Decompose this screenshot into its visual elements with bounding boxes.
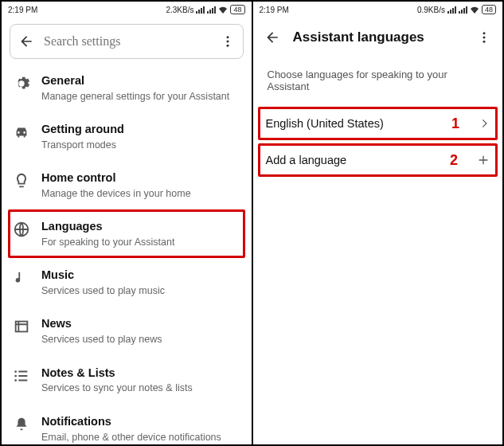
more-icon[interactable]: [477, 30, 491, 45]
settings-item-general[interactable]: GeneralManage general settings for your …: [2, 64, 252, 112]
item-sub: Transport modes: [41, 139, 240, 151]
svg-point-0: [226, 36, 229, 38]
item-title: Languages: [41, 219, 240, 234]
item-sub: Services used to play news: [41, 333, 240, 346]
item-title: Home control: [41, 170, 240, 186]
page-header: Assistant languages: [253, 18, 503, 57]
item-title: Music: [41, 268, 240, 283]
item-sub: Email, phone & other device notification…: [41, 431, 240, 444]
search-input[interactable]: [44, 34, 211, 49]
settings-item-music[interactable]: MusicServices used to play music: [2, 258, 252, 307]
car-icon: [13, 123, 30, 141]
chevron-right-icon: [479, 118, 490, 129]
svg-point-8: [483, 32, 486, 34]
settings-screen: 2:19 PM 2.3KB/s 48 GeneralManage general…: [2, 2, 252, 444]
settings-list: GeneralManage general settings for your …: [2, 64, 252, 444]
gear-icon: [13, 75, 30, 92]
svg-point-6: [14, 374, 17, 377]
more-icon[interactable]: [221, 34, 235, 49]
search-bar[interactable]: [10, 24, 244, 59]
add-language-row[interactable]: Add a language 2: [253, 142, 503, 178]
settings-item-news[interactable]: NewsServices used to play news: [2, 307, 252, 355]
language-row-primary[interactable]: English (United States) 1: [253, 105, 503, 142]
status-time: 2:19 PM: [260, 6, 289, 14]
item-title: Notes & Lists: [41, 366, 240, 381]
item-sub: Services to sync your notes & lists: [41, 381, 240, 394]
item-sub: For speaking to your Assistant: [41, 236, 240, 248]
svg-point-7: [14, 379, 17, 381]
item-title: News: [41, 316, 240, 331]
signal-icon: [459, 6, 467, 14]
annotation-number: 1: [451, 115, 459, 132]
svg-point-5: [14, 370, 17, 373]
bulb-icon: [13, 172, 30, 190]
battery-level: 48: [482, 5, 496, 14]
svg-point-10: [483, 41, 486, 43]
wifi-icon: [470, 6, 479, 14]
svg-point-9: [483, 37, 486, 39]
languages-screen: 2:19 PM 0.9KB/s 48 Assistant languages C…: [252, 2, 503, 444]
svg-point-2: [226, 45, 229, 47]
back-icon[interactable]: [264, 29, 280, 45]
settings-item-languages[interactable]: LanguagesFor speaking to your Assistant: [2, 209, 252, 258]
item-title: Notifications: [41, 414, 240, 429]
signal-icon: [207, 6, 216, 14]
add-language-label: Add a language: [266, 154, 442, 166]
page-title: Assistant languages: [293, 29, 465, 45]
net-speed: 2.3KB/s: [166, 6, 193, 14]
net-speed: 0.9KB/s: [417, 6, 445, 14]
back-icon[interactable]: [18, 33, 34, 49]
item-title: General: [41, 73, 240, 88]
item-sub: Manage the devices in your home: [41, 187, 240, 200]
list-icon: [13, 367, 30, 385]
item-sub: Services used to play music: [41, 284, 240, 297]
status-time: 2:19 PM: [8, 6, 37, 14]
svg-point-1: [226, 41, 229, 43]
item-title: Getting around: [41, 122, 240, 137]
language-label: English (United States): [266, 117, 443, 130]
annotation-number: 2: [450, 152, 458, 169]
item-sub: Manage general settings for your Assista…: [41, 90, 240, 103]
settings-item-home-control[interactable]: Home controlManage the devices in your h…: [2, 161, 252, 209]
news-icon: [13, 318, 30, 335]
wifi-icon: [218, 6, 228, 14]
signal-icon: [447, 6, 456, 14]
svg-rect-4: [16, 322, 28, 332]
settings-item-notes-lists[interactable]: Notes & ListsServices to sync your notes…: [2, 356, 252, 405]
music-icon: [13, 269, 30, 287]
plus-icon: [477, 154, 490, 166]
status-bar: 2:19 PM 0.9KB/s 48: [253, 2, 503, 18]
status-bar: 2:19 PM 2.3KB/s 48: [2, 2, 252, 18]
settings-item-notifications[interactable]: NotificationsEmail, phone & other device…: [2, 405, 252, 444]
bell-icon: [13, 416, 30, 433]
battery-level: 48: [230, 5, 244, 14]
page-description: Choose languages for speaking to your As…: [253, 57, 503, 105]
signal-icon: [196, 6, 205, 14]
globe-icon: [13, 221, 30, 238]
settings-item-getting-around[interactable]: Getting aroundTransport modes: [2, 112, 252, 161]
